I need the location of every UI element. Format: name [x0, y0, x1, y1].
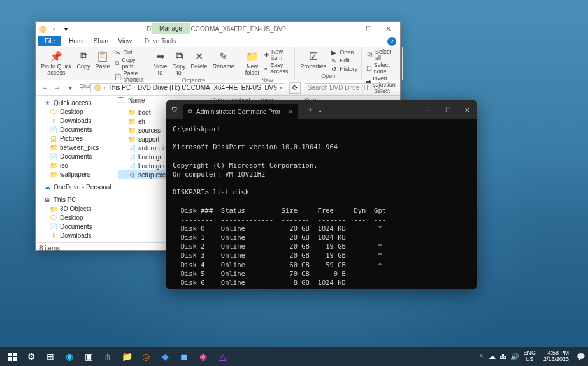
tab-dropdown-button[interactable]: ⌄ — [317, 106, 322, 113]
vscode-button[interactable]: ⋔ — [98, 348, 117, 365]
recent-dropdown[interactable]: ▾ — [65, 83, 75, 93]
delete-button[interactable]: ✕Delete — [190, 48, 209, 71]
ribbon-group-select: ☑Select all ☐Select none ⇄Invert selecti… — [362, 47, 403, 80]
app-icon: 📀 — [38, 24, 47, 33]
nav-quick-access[interactable]: ★Quick access — [36, 98, 115, 107]
maximize-button[interactable]: ☐ — [359, 22, 378, 35]
new-folder-button[interactable]: 📁New folder — [244, 48, 261, 77]
new-tab-button[interactable]: ＋ — [303, 105, 317, 114]
app-button-4[interactable]: △ — [213, 348, 232, 365]
terminal-minimize-button[interactable]: ─ — [419, 101, 438, 119]
app-button-2[interactable]: ◼ — [175, 348, 194, 365]
forward-button[interactable]: → — [52, 83, 62, 93]
nav-item-wallpapers[interactable]: 📁wallpapers — [36, 170, 115, 179]
cmd-icon: ⧉ — [188, 108, 192, 115]
manage-contextual-tab[interactable]: Manage — [152, 23, 190, 34]
history-icon: ↺ — [330, 65, 338, 73]
nav-this-pc[interactable]: 🖥This PC — [36, 195, 115, 204]
move-to-button[interactable]: ➡Move to — [152, 48, 169, 77]
select-all-checkbox[interactable] — [118, 97, 124, 103]
terminal-titlebar[interactable]: ⛉ ⧉ Administrator: Command Pror ✕ ＋ ⌄ ─ … — [166, 100, 477, 119]
app-button-1[interactable]: ◆ — [155, 348, 175, 365]
copy-path-button[interactable]: ⧉Copy path — [114, 57, 144, 70]
paste-button[interactable]: 📋Paste — [94, 48, 111, 71]
tab-close-button[interactable]: ✕ — [288, 108, 293, 115]
tab-view[interactable]: View — [118, 38, 133, 45]
firefox-button[interactable]: ◎ — [136, 348, 155, 365]
explorer-taskbar-button[interactable]: 📁 — [117, 348, 136, 365]
pin-to-quick-access-button[interactable]: 📌Pin to Quick access — [39, 48, 73, 77]
qat-props-icon[interactable]: ▫ — [50, 24, 59, 33]
edge-button[interactable]: ◉ — [60, 348, 79, 365]
taskbar[interactable]: ⚙ ⊞ ◉ ▣ ⋔ 📁 ◎ ◆ ◼ ◉ △ ＾ ☁ 🖧 🔊 ENGUS 4:58… — [0, 347, 588, 366]
properties-icon: ☑ — [307, 50, 320, 62]
close-button[interactable]: ✕ — [378, 22, 398, 35]
nav-item-3d-objects[interactable]: 📁3D Objects — [36, 204, 115, 213]
nav-item-between_pics[interactable]: 📁between_pics — [36, 143, 115, 152]
clock[interactable]: 4:58 PM2/16/2023 — [543, 350, 569, 363]
select-all-button[interactable]: ☑Select all — [366, 48, 398, 61]
ribbon-group-organize: ➡Move to ⧉Copy to ✕Delete ✎Rename Organi… — [148, 47, 240, 80]
network-tray-icon[interactable]: 🖧 — [499, 353, 506, 360]
notifications-button[interactable]: 💬 — [577, 353, 585, 361]
minimize-button[interactable]: ─ — [340, 22, 359, 35]
breadcrumb-this-pc[interactable]: This PC — [108, 84, 131, 91]
navigation-pane[interactable]: ★Quick access 🖵Desktop⬇Downloads📄Documen… — [36, 96, 115, 242]
onedrive-tray-icon[interactable]: ☁ — [489, 353, 496, 361]
history-button[interactable]: ↺History — [330, 65, 357, 73]
chevron-down-icon[interactable]: ▾ — [280, 85, 282, 91]
easy-access-button[interactable]: ⚬Easy access — [263, 62, 290, 75]
tab-share[interactable]: Share — [94, 38, 111, 45]
open-button[interactable]: ▶Open — [330, 48, 357, 56]
cut-button[interactable]: ✂Cut — [114, 48, 144, 56]
folder-icon: ⬇ — [50, 231, 57, 239]
settings-button[interactable]: ⚙ — [22, 348, 41, 365]
nav-item-downloads[interactable]: ⬇Downloads — [36, 116, 115, 125]
titlebar[interactable]: 📀 ▫ ▾ Manage DVD Drive (H:) CCCOMA_X64FR… — [36, 22, 400, 36]
nav-item-desktop[interactable]: 🖵Desktop — [36, 107, 115, 116]
back-button[interactable]: ← — [39, 83, 50, 93]
nav-item-documents[interactable]: 📄Documents — [36, 222, 115, 231]
paste-shortcut-button[interactable]: 📋Paste shortcut — [114, 70, 144, 83]
up-button[interactable]: ↑ — [78, 83, 88, 93]
nav-item-documents[interactable]: 📄Documents — [36, 125, 115, 134]
tab-drive-tools[interactable]: Drive Tools — [145, 38, 176, 45]
qat-dropdown-icon[interactable]: ▾ — [61, 24, 70, 33]
copy-to-button[interactable]: ⧉Copy to — [171, 48, 187, 77]
new-item-button[interactable]: ✚New item — [263, 48, 290, 61]
edit-button[interactable]: ✎Edit — [330, 57, 357, 64]
breadcrumb-path[interactable]: DVD Drive (H:) CCCOMA_X64FRE_EN-US_DV9 — [138, 84, 277, 91]
breadcrumb[interactable]: 📀 › This PC › DVD Drive (H:) CCCOMA_X64F… — [90, 83, 285, 92]
properties-button[interactable]: ☑Properties — [299, 48, 327, 71]
start-button[interactable] — [3, 348, 22, 365]
ribbon-group-new: 📁New folder ✚New item ⚬Easy access New — [240, 47, 296, 80]
terminal-output[interactable]: C:\>diskpart Microsoft DiskPart version … — [166, 119, 477, 289]
tab-home[interactable]: Home — [69, 38, 86, 45]
terminal-close-button[interactable]: ✕ — [457, 101, 477, 119]
nav-item-music[interactable]: 📁Music — [36, 240, 115, 242]
edit-icon: ✎ — [330, 57, 338, 64]
help-button[interactable]: ? — [387, 37, 396, 46]
nav-item-desktop[interactable]: 🖵Desktop — [36, 213, 115, 222]
refresh-button[interactable]: ⟳ — [289, 82, 301, 94]
app-button-3[interactable]: ◉ — [194, 348, 213, 365]
language-indicator[interactable]: ENGUS — [523, 350, 536, 363]
search-input[interactable]: Search DVD Drive (H:) CCCOMA_X64FRE_EN-U… — [305, 83, 396, 92]
volume-tray-icon[interactable]: 🔊 — [510, 353, 519, 361]
tray-chevron-icon[interactable]: ＾ — [478, 352, 485, 362]
pc-icon: 🖥 — [43, 196, 51, 203]
copy-button[interactable]: ⧉Copy — [76, 48, 92, 71]
nav-item-iso[interactable]: 📁iso — [36, 161, 115, 170]
nav-item-documents[interactable]: 📄Documents — [36, 152, 115, 161]
nav-onedrive[interactable]: ☁OneDrive - Personal — [36, 182, 115, 191]
terminal-taskbar-button[interactable]: ▣ — [79, 348, 98, 365]
task-view-button[interactable]: ⊞ — [41, 348, 60, 365]
rename-button[interactable]: ✎Rename — [212, 48, 236, 71]
select-none-button[interactable]: ☐Select none — [366, 62, 398, 75]
terminal-maximize-button[interactable]: ☐ — [438, 101, 457, 119]
nav-item-pictures[interactable]: 🖼Pictures — [36, 134, 115, 143]
tab-file[interactable]: File — [38, 36, 61, 46]
terminal-tab[interactable]: ⧉ Administrator: Command Pror ✕ — [183, 104, 298, 119]
ribbon-group-label: Open — [299, 73, 357, 80]
nav-item-downloads[interactable]: ⬇Downloads — [36, 231, 115, 240]
